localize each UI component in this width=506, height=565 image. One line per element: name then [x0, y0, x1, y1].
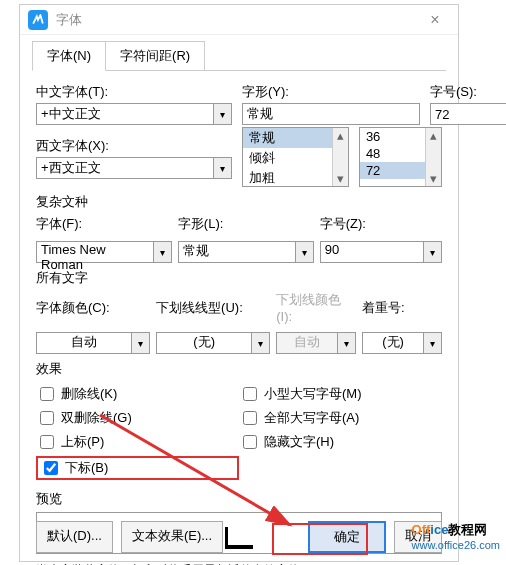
chevron-down-icon[interactable]: ▾ [424, 241, 442, 263]
tab-spacing[interactable]: 字符间距(R) [105, 41, 205, 71]
all-text-section: 所有文字 字体颜色(C): 下划线线型(U): 下划线颜色(I): 着重号: 自… [36, 269, 442, 354]
complex-size-label: 字号(Z): [320, 215, 442, 233]
chevron-down-icon[interactable]: ▾ [154, 241, 172, 263]
app-logo-icon [28, 10, 48, 30]
effects-title: 效果 [36, 360, 442, 378]
cn-font-label: 中文字体(T): [36, 83, 232, 101]
smallcaps-checkbox[interactable]: 小型大写字母(M) [239, 384, 442, 404]
underline-color-label: 下划线颜色(I): [276, 291, 356, 324]
cn-style-input[interactable] [242, 103, 420, 125]
chevron-down-icon[interactable]: ▾ [214, 103, 232, 125]
default-button[interactable]: 默认(D)... [36, 521, 113, 553]
tab-font[interactable]: 字体(N) [32, 41, 106, 71]
chevron-down-icon[interactable]: ▾ [132, 332, 150, 354]
size-listbox[interactable]: 36 48 72 ▴▾ [359, 127, 442, 187]
font-dialog: 字体 × 字体(N) 字符间距(R) 中文字体(T): ▾ 字形(Y): 字 [19, 4, 459, 562]
chevron-down-icon: ▾ [338, 332, 356, 354]
effects-section: 效果 删除线(K) 双删除线(G) 上标(P) 下标(B) 小型大写字母(M) … [36, 360, 442, 484]
hidden-checkbox[interactable]: 隐藏文字(H) [239, 432, 442, 452]
allcaps-checkbox[interactable]: 全部大写字母(A) [239, 408, 442, 428]
ok-button[interactable]: 确定 [308, 521, 386, 553]
complex-section: 复杂文种 字体(F): 字形(L): 字号(Z): Times New Roma… [36, 193, 442, 263]
scrollbar[interactable]: ▴▾ [425, 128, 441, 186]
chevron-down-icon[interactable]: ▾ [252, 332, 270, 354]
scrollbar[interactable]: ▴▾ [332, 128, 348, 186]
style-listbox[interactable]: 常规 倾斜 加粗 ▴▾ [242, 127, 349, 187]
chevron-down-icon[interactable]: ▾ [424, 332, 442, 354]
complex-size-combo[interactable]: 90 ▾ [320, 241, 442, 263]
dblstrike-checkbox[interactable]: 双删除线(G) [36, 408, 239, 428]
color-combo[interactable]: 自动▾ [36, 332, 150, 354]
subscript-checkbox[interactable]: 下标(B) [36, 456, 239, 480]
strike-checkbox[interactable]: 删除线(K) [36, 384, 239, 404]
chevron-down-icon[interactable]: ▾ [214, 157, 232, 179]
chevron-down-icon[interactable]: ▾ [296, 241, 314, 263]
cn-font-combo[interactable]: ▾ [36, 103, 232, 125]
preview-note: 尚未安装此字体，打印时将采用最相近的有效字体。 [36, 558, 442, 565]
titlebar: 字体 × [20, 5, 458, 35]
underline-combo[interactable]: (无)▾ [156, 332, 270, 354]
emphasis-label: 着重号: [362, 299, 442, 317]
complex-font-label: 字体(F): [36, 215, 172, 233]
window-title: 字体 [56, 11, 420, 29]
cn-size-label: 字号(S): [430, 83, 506, 101]
complex-font-combo[interactable]: Times New Roman ▾ [36, 241, 172, 263]
underline-label: 下划线线型(U): [156, 299, 270, 317]
tab-strip: 字体(N) 字符间距(R) [20, 41, 458, 71]
underline-color-combo: 自动▾ [276, 332, 356, 354]
en-font-combo[interactable]: ▾ [36, 157, 232, 179]
color-label: 字体颜色(C): [36, 299, 150, 317]
complex-title: 复杂文种 [36, 193, 442, 211]
all-title: 所有文字 [36, 269, 442, 287]
emphasis-combo[interactable]: (无)▾ [362, 332, 442, 354]
close-icon[interactable]: × [420, 11, 450, 29]
cn-font-input[interactable] [36, 103, 214, 125]
en-font-label: 西文字体(X): [36, 137, 232, 155]
cn-style-label: 字形(Y): [242, 83, 420, 101]
complex-style-label: 字形(L): [178, 215, 314, 233]
preview-title: 预览 [36, 490, 442, 508]
text-effects-button[interactable]: 文本效果(E)... [121, 521, 223, 553]
cn-size-input[interactable] [430, 103, 506, 125]
complex-style-combo[interactable]: 常规 ▾ [178, 241, 314, 263]
superscript-checkbox[interactable]: 上标(P) [36, 432, 239, 452]
dialog-body: 中文字体(T): ▾ 字形(Y): 字号(S): 西 [20, 71, 458, 565]
dialog-footer: 默认(D)... 文本效果(E)... 确定 取消 [36, 521, 442, 553]
watermark: Office教程网 www.office26.com [412, 521, 500, 551]
en-font-input[interactable] [36, 157, 214, 179]
